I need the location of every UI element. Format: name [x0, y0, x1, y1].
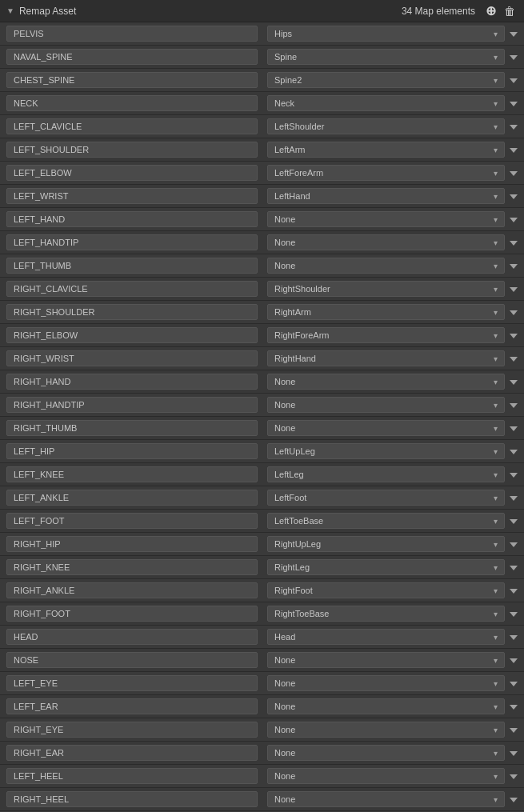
chevron-icon: ▾ [494, 749, 498, 758]
expand-arrow-icon [510, 496, 518, 501]
table-row: RIGHT_HEEL None ▾ [0, 788, 524, 811]
mapping-dropdown[interactable]: LeftArm ▾ [267, 142, 505, 158]
expand-button[interactable] [506, 330, 521, 340]
expand-button[interactable] [506, 586, 521, 595]
table-row: RIGHT_WRIST RightHand ▾ [0, 347, 524, 370]
expand-arrow-icon [510, 682, 518, 686]
mapping-dropdown[interactable]: None ▾ [267, 675, 505, 691]
mapping-dropdown[interactable]: RightHand ▾ [267, 350, 505, 366]
bone-label: LEFT_EYE [6, 675, 258, 691]
mapping-dropdown[interactable]: Hips ▾ [267, 26, 505, 42]
expand-button[interactable] [506, 539, 521, 549]
expand-button[interactable] [506, 725, 521, 734]
left-cell: NOSE [0, 652, 264, 668]
expand-button[interactable] [506, 191, 521, 201]
right-cell: LeftLeg ▾ [264, 466, 524, 482]
expand-button[interactable] [506, 377, 521, 386]
expand-button[interactable] [506, 400, 521, 410]
mapping-dropdown[interactable]: None ▾ [267, 420, 505, 436]
mapping-dropdown[interactable]: Spine ▾ [267, 49, 505, 65]
expand-button[interactable] [506, 655, 521, 665]
mapping-dropdown[interactable]: None ▾ [267, 211, 505, 227]
mapping-dropdown[interactable]: None ▾ [267, 768, 505, 784]
mapping-value: LeftFoot [274, 493, 306, 502]
expand-button[interactable] [506, 261, 521, 270]
mapping-dropdown[interactable]: RightForeArm ▾ [267, 327, 505, 343]
expand-button[interactable] [506, 794, 521, 804]
expand-button[interactable] [506, 771, 521, 781]
chevron-icon: ▾ [494, 99, 498, 108]
expand-button[interactable] [506, 307, 521, 317]
mapping-dropdown[interactable]: RightLeg ▾ [267, 559, 505, 575]
expand-button[interactable] [506, 632, 521, 642]
table-row: PELVIS Hips ▾ [0, 22, 524, 46]
expand-button[interactable] [506, 702, 521, 711]
expand-button[interactable] [506, 214, 521, 224]
expand-button[interactable] [506, 354, 521, 363]
table-row: LEFT_ELBOW LeftForeArm ▾ [0, 162, 524, 185]
delete-button[interactable]: 🗑 [502, 5, 518, 18]
mapping-dropdown[interactable]: None ▾ [267, 652, 505, 668]
mapping-dropdown[interactable]: RightShoulder ▾ [267, 281, 505, 297]
mapping-dropdown[interactable]: None ▾ [267, 234, 505, 250]
expand-button[interactable] [506, 423, 521, 433]
expand-button[interactable] [506, 516, 521, 526]
mapping-dropdown[interactable]: RightArm ▾ [267, 304, 505, 320]
expand-button[interactable] [506, 470, 521, 479]
expand-button[interactable] [506, 52, 521, 62]
expand-button[interactable] [506, 446, 521, 456]
expand-button[interactable] [506, 238, 521, 247]
mapping-dropdown[interactable]: None ▾ [267, 745, 505, 761]
table-row: RIGHT_ANKLE RightFoot ▾ [0, 579, 524, 602]
chevron-icon: ▾ [494, 354, 498, 363]
expand-button[interactable] [506, 609, 521, 618]
expand-button[interactable] [506, 562, 521, 572]
mapping-dropdown[interactable]: None ▾ [267, 698, 505, 714]
right-cell: RightUpLeg ▾ [264, 536, 524, 552]
mapping-dropdown[interactable]: LeftForeArm ▾ [267, 165, 505, 181]
mapping-value: LeftUpLeg [274, 446, 315, 456]
mapping-dropdown[interactable]: LeftLeg ▾ [267, 466, 505, 482]
collapse-icon[interactable]: ▼ [6, 6, 14, 15]
mapping-dropdown[interactable]: LeftToeBase ▾ [267, 513, 505, 529]
mapping-dropdown[interactable]: Head ▾ [267, 629, 505, 645]
mapping-dropdown[interactable]: Spine2 ▾ [267, 72, 505, 88]
mapping-dropdown[interactable]: None ▾ [267, 374, 505, 390]
mapping-dropdown[interactable]: LeftHand ▾ [267, 188, 505, 204]
bone-label: LEFT_ELBOW [6, 165, 258, 181]
expand-button[interactable] [506, 748, 521, 758]
chevron-icon: ▾ [494, 563, 498, 572]
expand-button[interactable] [506, 122, 521, 131]
mapping-dropdown[interactable]: RightToeBase ▾ [267, 606, 505, 622]
mapping-dropdown[interactable]: LeftUpLeg ▾ [267, 443, 505, 459]
left-cell: LEFT_EYE [0, 675, 264, 691]
left-cell: HEAD [0, 629, 264, 645]
mapping-dropdown[interactable]: None ▾ [267, 791, 505, 807]
expand-button[interactable] [506, 75, 521, 85]
right-cell: Neck ▾ [264, 95, 524, 111]
mapping-dropdown[interactable]: Neck ▾ [267, 95, 505, 111]
mapping-dropdown[interactable]: None ▾ [267, 722, 505, 738]
mapping-dropdown[interactable]: None ▾ [267, 397, 505, 413]
table-row: LEFT_CLAVICLE LeftShoulder ▾ [0, 115, 524, 138]
chevron-icon: ▾ [494, 540, 498, 549]
expand-button[interactable] [506, 29, 521, 38]
mapping-dropdown[interactable]: None ▾ [267, 258, 505, 274]
expand-button[interactable] [506, 145, 521, 154]
table-row: RIGHT_CLAVICLE RightShoulder ▾ [0, 278, 524, 301]
mapping-dropdown[interactable]: RightFoot ▾ [267, 582, 505, 598]
left-cell: RIGHT_ANKLE [0, 582, 264, 598]
mapping-dropdown[interactable]: LeftShoulder ▾ [267, 118, 505, 134]
expand-button[interactable] [506, 284, 521, 294]
left-cell: RIGHT_FOOT [0, 606, 264, 622]
mapping-dropdown[interactable]: LeftFoot ▾ [267, 490, 505, 506]
expand-button[interactable] [506, 493, 521, 502]
expand-button[interactable] [506, 678, 521, 688]
mapping-dropdown[interactable]: RightUpLeg ▾ [267, 536, 505, 552]
expand-button[interactable] [506, 168, 521, 178]
bone-label: RIGHT_CLAVICLE [6, 281, 258, 297]
expand-button[interactable] [506, 98, 521, 108]
left-cell: LEFT_EAR [0, 698, 264, 714]
mapping-value: RightHand [274, 354, 316, 363]
add-button[interactable]: ⊕ [483, 5, 498, 18]
